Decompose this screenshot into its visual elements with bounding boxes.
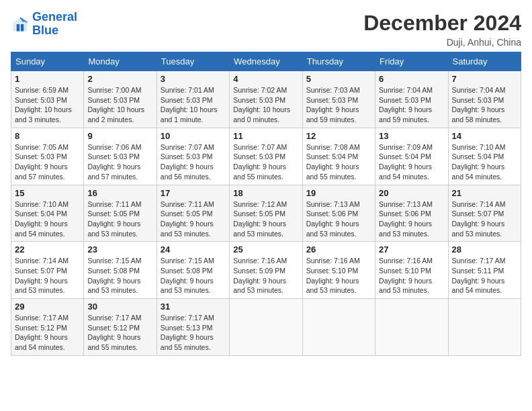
day-number: 13 bbox=[379, 131, 444, 141]
day-info: Sunrise: 7:14 AM Sunset: 5:07 PM Dayligh… bbox=[15, 256, 80, 295]
calendar-week-row: 8 Sunrise: 7:05 AM Sunset: 5:03 PM Dayli… bbox=[11, 128, 521, 185]
table-row: 4 Sunrise: 7:02 AM Sunset: 5:03 PM Dayli… bbox=[230, 71, 302, 128]
col-saturday: Saturday bbox=[448, 52, 521, 71]
svg-marker-1 bbox=[13, 17, 28, 31]
day-number: 10 bbox=[161, 131, 226, 141]
col-thursday: Thursday bbox=[302, 52, 375, 71]
table-row: 1 Sunrise: 6:59 AM Sunset: 5:03 PM Dayli… bbox=[11, 71, 84, 128]
title-block: December 2024 Duji, Anhui, China bbox=[363, 11, 521, 48]
day-number: 20 bbox=[379, 188, 444, 198]
day-info: Sunrise: 7:06 AM Sunset: 5:03 PM Dayligh… bbox=[87, 142, 152, 182]
day-info: Sunrise: 7:04 AM Sunset: 5:03 PM Dayligh… bbox=[452, 85, 517, 125]
day-number: 4 bbox=[233, 74, 298, 84]
col-sunday: Sunday bbox=[11, 52, 84, 71]
day-number: 17 bbox=[161, 188, 226, 198]
table-row: 18 Sunrise: 7:12 AM Sunset: 5:05 PM Dayl… bbox=[230, 185, 302, 242]
table-row: 16 Sunrise: 7:11 AM Sunset: 5:05 PM Dayl… bbox=[84, 185, 157, 242]
logo-icon bbox=[11, 15, 30, 34]
table-row: 21 Sunrise: 7:14 AM Sunset: 5:07 PM Dayl… bbox=[448, 185, 521, 242]
table-row: 2 Sunrise: 7:00 AM Sunset: 5:03 PM Dayli… bbox=[84, 71, 157, 128]
day-info: Sunrise: 7:13 AM Sunset: 5:06 PM Dayligh… bbox=[379, 199, 444, 239]
table-row: 24 Sunrise: 7:15 AM Sunset: 5:08 PM Dayl… bbox=[157, 242, 229, 299]
day-info: Sunrise: 7:16 AM Sunset: 5:09 PM Dayligh… bbox=[233, 256, 298, 295]
page-header: General Blue December 2024 Duji, Anhui, … bbox=[11, 11, 521, 48]
table-row: 13 Sunrise: 7:09 AM Sunset: 5:04 PM Dayl… bbox=[375, 128, 448, 185]
day-number: 5 bbox=[306, 74, 371, 84]
day-number: 3 bbox=[161, 74, 226, 84]
day-info: Sunrise: 7:12 AM Sunset: 5:05 PM Dayligh… bbox=[233, 199, 298, 239]
calendar-week-row: 15 Sunrise: 7:10 AM Sunset: 5:04 PM Dayl… bbox=[11, 185, 521, 242]
day-info: Sunrise: 7:03 AM Sunset: 5:03 PM Dayligh… bbox=[306, 85, 371, 125]
day-info: Sunrise: 7:15 AM Sunset: 5:08 PM Dayligh… bbox=[161, 256, 226, 295]
svg-rect-5 bbox=[21, 24, 24, 32]
day-number: 11 bbox=[233, 131, 298, 141]
table-row bbox=[230, 299, 302, 356]
day-info: Sunrise: 7:07 AM Sunset: 5:03 PM Dayligh… bbox=[161, 142, 226, 182]
day-info: Sunrise: 7:01 AM Sunset: 5:03 PM Dayligh… bbox=[161, 85, 226, 125]
day-info: Sunrise: 7:17 AM Sunset: 5:11 PM Dayligh… bbox=[452, 256, 517, 295]
calendar-table: Sunday Monday Tuesday Wednesday Thursday… bbox=[11, 52, 521, 356]
day-info: Sunrise: 7:16 AM Sunset: 5:10 PM Dayligh… bbox=[379, 256, 444, 295]
day-number: 27 bbox=[379, 244, 444, 255]
day-info: Sunrise: 7:02 AM Sunset: 5:03 PM Dayligh… bbox=[233, 85, 298, 125]
day-number: 30 bbox=[87, 302, 152, 312]
day-info: Sunrise: 6:59 AM Sunset: 5:03 PM Dayligh… bbox=[15, 85, 80, 125]
table-row: 3 Sunrise: 7:01 AM Sunset: 5:03 PM Dayli… bbox=[157, 71, 229, 128]
day-number: 19 bbox=[306, 188, 371, 198]
table-row: 5 Sunrise: 7:03 AM Sunset: 5:03 PM Dayli… bbox=[302, 71, 375, 128]
table-row: 12 Sunrise: 7:08 AM Sunset: 5:04 PM Dayl… bbox=[302, 128, 375, 185]
day-info: Sunrise: 7:11 AM Sunset: 5:05 PM Dayligh… bbox=[87, 199, 152, 239]
day-number: 26 bbox=[306, 244, 371, 255]
day-number: 9 bbox=[87, 131, 152, 141]
day-number: 16 bbox=[87, 188, 152, 198]
table-row: 8 Sunrise: 7:05 AM Sunset: 5:03 PM Dayli… bbox=[11, 128, 84, 185]
day-number: 21 bbox=[452, 188, 517, 198]
table-row: 31 Sunrise: 7:17 AM Sunset: 5:13 PM Dayl… bbox=[157, 299, 229, 356]
calendar-week-row: 1 Sunrise: 6:59 AM Sunset: 5:03 PM Dayli… bbox=[11, 71, 521, 128]
day-number: 7 bbox=[452, 74, 517, 84]
day-info: Sunrise: 7:08 AM Sunset: 5:04 PM Dayligh… bbox=[306, 142, 371, 182]
table-row bbox=[302, 299, 375, 356]
table-row: 10 Sunrise: 7:07 AM Sunset: 5:03 PM Dayl… bbox=[157, 128, 229, 185]
day-info: Sunrise: 7:10 AM Sunset: 5:04 PM Dayligh… bbox=[452, 142, 517, 182]
calendar-header-row: Sunday Monday Tuesday Wednesday Thursday… bbox=[11, 52, 521, 71]
table-row: 9 Sunrise: 7:06 AM Sunset: 5:03 PM Dayli… bbox=[84, 128, 157, 185]
col-wednesday: Wednesday bbox=[230, 52, 302, 71]
table-row: 14 Sunrise: 7:10 AM Sunset: 5:04 PM Dayl… bbox=[448, 128, 521, 185]
day-info: Sunrise: 7:04 AM Sunset: 5:03 PM Dayligh… bbox=[379, 85, 444, 125]
day-number: 31 bbox=[161, 302, 226, 312]
day-info: Sunrise: 7:14 AM Sunset: 5:07 PM Dayligh… bbox=[452, 199, 517, 239]
location: Duji, Anhui, China bbox=[363, 37, 521, 48]
table-row: 26 Sunrise: 7:16 AM Sunset: 5:10 PM Dayl… bbox=[302, 242, 375, 299]
col-tuesday: Tuesday bbox=[157, 52, 229, 71]
day-info: Sunrise: 7:05 AM Sunset: 5:03 PM Dayligh… bbox=[15, 142, 80, 182]
calendar-week-row: 29 Sunrise: 7:17 AM Sunset: 5:12 PM Dayl… bbox=[11, 299, 521, 356]
day-number: 29 bbox=[15, 302, 80, 312]
day-number: 6 bbox=[379, 74, 444, 84]
day-number: 18 bbox=[233, 188, 298, 198]
day-number: 8 bbox=[15, 131, 80, 141]
logo: General Blue bbox=[11, 11, 77, 38]
table-row: 11 Sunrise: 7:07 AM Sunset: 5:03 PM Dayl… bbox=[230, 128, 302, 185]
day-info: Sunrise: 7:09 AM Sunset: 5:04 PM Dayligh… bbox=[379, 142, 444, 182]
day-info: Sunrise: 7:10 AM Sunset: 5:04 PM Dayligh… bbox=[15, 199, 80, 239]
svg-rect-4 bbox=[17, 24, 19, 32]
day-info: Sunrise: 7:00 AM Sunset: 5:03 PM Dayligh… bbox=[87, 85, 152, 125]
table-row: 22 Sunrise: 7:14 AM Sunset: 5:07 PM Dayl… bbox=[11, 242, 84, 299]
day-number: 15 bbox=[15, 188, 80, 198]
table-row: 23 Sunrise: 7:15 AM Sunset: 5:08 PM Dayl… bbox=[84, 242, 157, 299]
table-row: 7 Sunrise: 7:04 AM Sunset: 5:03 PM Dayli… bbox=[448, 71, 521, 128]
table-row: 19 Sunrise: 7:13 AM Sunset: 5:06 PM Dayl… bbox=[302, 185, 375, 242]
table-row: 25 Sunrise: 7:16 AM Sunset: 5:09 PM Dayl… bbox=[230, 242, 302, 299]
table-row: 15 Sunrise: 7:10 AM Sunset: 5:04 PM Dayl… bbox=[11, 185, 84, 242]
day-number: 28 bbox=[452, 244, 517, 255]
day-info: Sunrise: 7:11 AM Sunset: 5:05 PM Dayligh… bbox=[161, 199, 226, 239]
day-number: 2 bbox=[87, 74, 152, 84]
day-info: Sunrise: 7:17 AM Sunset: 5:12 PM Dayligh… bbox=[15, 313, 80, 353]
day-number: 14 bbox=[452, 131, 517, 141]
logo-text: General Blue bbox=[32, 11, 77, 38]
calendar-week-row: 22 Sunrise: 7:14 AM Sunset: 5:07 PM Dayl… bbox=[11, 242, 521, 299]
table-row: 30 Sunrise: 7:17 AM Sunset: 5:12 PM Dayl… bbox=[84, 299, 157, 356]
day-number: 22 bbox=[15, 244, 80, 255]
day-number: 12 bbox=[306, 131, 371, 141]
